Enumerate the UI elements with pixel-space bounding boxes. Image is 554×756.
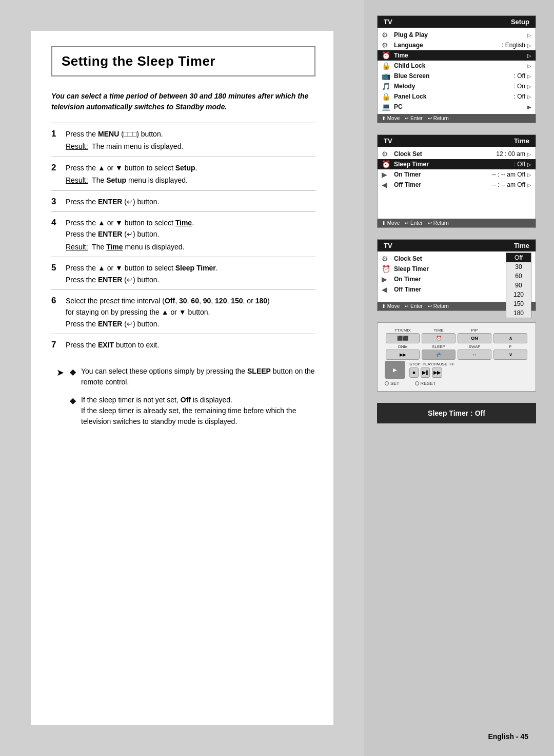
step-number-5: 5 bbox=[51, 263, 66, 273]
remote-btn-stop[interactable]: ■ bbox=[409, 367, 419, 378]
time-label: Time bbox=[394, 52, 489, 59]
step-2: 2 Press the ▲ or ▼ button to select Setu… bbox=[51, 157, 315, 190]
remote-label-dnie: DNIe bbox=[385, 344, 421, 349]
remote-btn-down[interactable]: ∨ bbox=[493, 350, 527, 360]
footer-return-2: ↩ Return bbox=[428, 220, 449, 226]
sleep-timer-bar: Sleep Timer : Off bbox=[377, 403, 536, 423]
footer-enter-2: ↵ Enter bbox=[405, 220, 423, 226]
step-number-7: 7 bbox=[51, 340, 66, 350]
remote-label-up-empty bbox=[492, 328, 528, 333]
on-timer-label-3: On Timer bbox=[394, 276, 496, 283]
clock-set-icon-3: ⚙ bbox=[382, 255, 394, 263]
note-text-1: You can select these options simply by p… bbox=[81, 366, 315, 387]
remote-label-time: TIME bbox=[421, 328, 457, 333]
step-4: 4 Press the ▲ or ▼ button to select Time… bbox=[51, 211, 315, 257]
melody-arrow: ▷ bbox=[527, 84, 531, 89]
step-content-4: Press the ▲ or ▼ button to select Time. … bbox=[66, 217, 315, 253]
right-sidebar: TV Setup ⚙ Plug & Play ▷ ⚙ Language : En… bbox=[364, 0, 554, 756]
sleep-timer-label-3: Sleep Timer bbox=[394, 265, 496, 273]
note-bullet-2: ◆ If the sleep timer is not yet set, Off… bbox=[70, 395, 315, 427]
remote-btn-ff[interactable]: ▶▶ bbox=[432, 367, 442, 378]
off-timer-icon-3: ◀ bbox=[382, 285, 394, 294]
tv-screen-2: TV Time ⚙ Clock Set 12 : 00 am ▷ ⏰ Sleep… bbox=[377, 134, 536, 228]
pc-label: PC bbox=[394, 103, 489, 110]
tv-menu-1: ⚙ Plug & Play ▷ ⚙ Language : English ▷ ⏰… bbox=[378, 28, 536, 114]
set-label: SET bbox=[390, 381, 400, 386]
remote-label-ff: FF bbox=[449, 362, 454, 366]
tv-screen-3: TV Time ⚙ Clock Set ⏰ Sleep Timer : ▶ On… bbox=[377, 239, 536, 311]
tv-menu-row-sleep-timer-2: ⏰ Sleep Timer : Off ▷ bbox=[378, 159, 536, 169]
language-label: Language bbox=[394, 42, 489, 49]
off-timer-label-3: Off Timer bbox=[394, 286, 496, 293]
melody-value: : On bbox=[489, 83, 525, 90]
remote-btn-swap[interactable]: ↔ bbox=[458, 350, 491, 360]
remote-label-ttxmix: TTX/MIX bbox=[385, 328, 421, 333]
clock-set-icon-2: ⚙ bbox=[382, 150, 394, 158]
tv-footer-2: ⬆ Move ↵ Enter ↩ Return bbox=[378, 219, 536, 227]
remote-body-icon: ▶ bbox=[385, 361, 405, 379]
tv-menu-row-clock-set-2: ⚙ Clock Set 12 : 00 am ▷ bbox=[378, 149, 536, 159]
dropdown-val-90[interactable]: 90 bbox=[506, 281, 531, 290]
child-lock-arrow: ▷ bbox=[527, 63, 531, 69]
off-timer-value-2: -- : -- am Off bbox=[489, 181, 525, 188]
dropdown-val-120[interactable]: 120 bbox=[506, 290, 531, 299]
step-content-3: Press the ENTER (↵) button. bbox=[66, 196, 315, 207]
tv-menu-3: ⚙ Clock Set ⏰ Sleep Timer : ▶ On Timer ◀… bbox=[378, 251, 536, 302]
tv-header-3: TV Time bbox=[378, 240, 536, 251]
tv-menu-row-language: ⚙ Language : English ▷ bbox=[378, 40, 536, 50]
tv-header-right-1: Setup bbox=[511, 18, 529, 26]
step-number-3: 3 bbox=[51, 197, 66, 207]
page-title: Setting the Sleep Timer bbox=[62, 53, 305, 69]
tv-menu-row-blue-screen: 📺 Blue Screen : Off ▷ bbox=[378, 71, 536, 81]
on-timer-arrow-2: ▷ bbox=[527, 172, 531, 178]
panel-lock-value: : Off bbox=[489, 93, 525, 100]
title-box: Setting the Sleep Timer bbox=[51, 46, 315, 76]
dropdown-val-off[interactable]: Off bbox=[506, 253, 531, 262]
tv-menu-row-plug-play: ⚙ Plug & Play ▷ bbox=[378, 30, 536, 40]
child-lock-icon: 🔒 bbox=[382, 62, 394, 70]
step-number-6: 6 bbox=[51, 296, 66, 306]
remote-btn-sleep[interactable]: 💤 bbox=[422, 350, 456, 360]
remote-btn-time[interactable]: ⏰ bbox=[422, 333, 456, 343]
tv-header-left-3: TV bbox=[384, 242, 392, 249]
plug-play-icon: ⚙ bbox=[382, 31, 394, 39]
footer-return-1: ↩ Return bbox=[428, 115, 449, 121]
sleep-timer-label-2: Sleep Timer bbox=[394, 161, 489, 168]
tv-header-1: TV Setup bbox=[378, 16, 536, 28]
reset-label: RESET bbox=[421, 381, 436, 386]
off-timer-icon-2: ◀ bbox=[382, 181, 394, 189]
panel-lock-label: Panel Lock bbox=[394, 93, 489, 100]
step-content-5: Press the ▲ or ▼ button to select Sleep … bbox=[66, 262, 315, 285]
remote-btn-ttxmix[interactable]: ⬛⬛ bbox=[386, 333, 420, 343]
footer-enter-3: ↵ Enter bbox=[405, 303, 423, 309]
dropdown-val-60[interactable]: 60 bbox=[506, 272, 531, 281]
note-bullets: ◆ You can select these options simply by… bbox=[70, 366, 315, 434]
set-reset-row: SET RESET bbox=[385, 381, 528, 386]
note-arrow-icon: ➤ bbox=[56, 366, 67, 380]
dropdown-val-180[interactable]: 180 bbox=[506, 308, 531, 318]
footer-move-3: ⬆ Move bbox=[382, 303, 400, 309]
tv-header-left-1: TV bbox=[384, 18, 392, 26]
set-item: SET bbox=[385, 381, 400, 386]
on-timer-icon-2: ▶ bbox=[382, 170, 394, 179]
time-icon: ⏰ bbox=[382, 51, 394, 60]
panel-lock-icon: 🔒 bbox=[382, 92, 394, 101]
remote-btn-dnie[interactable]: ▶▶ bbox=[386, 350, 420, 360]
blue-screen-label: Blue Screen bbox=[394, 72, 489, 80]
footer-move-1: ⬆ Move bbox=[382, 115, 400, 121]
step-1: 1 Press the MENU (□□□) button. Result: T… bbox=[51, 123, 315, 157]
pc-arrow: ▶ bbox=[527, 104, 531, 110]
footer-text: English - 45 bbox=[488, 732, 528, 741]
dropdown-val-150[interactable]: 150 bbox=[506, 299, 531, 308]
melody-label: Melody bbox=[394, 83, 489, 90]
on-timer-icon-3: ▶ bbox=[382, 275, 394, 283]
sleep-timer-value-2: : Off bbox=[489, 161, 525, 168]
remote-btn-up[interactable]: ∧ bbox=[493, 333, 527, 343]
remote-btn-playpause[interactable]: ▶‖ bbox=[421, 367, 430, 378]
clock-set-arrow-2: ▷ bbox=[527, 151, 531, 157]
step-3: 3 Press the ENTER (↵) button. bbox=[51, 190, 315, 211]
sleep-timer-dropdown[interactable]: Off 30 60 90 120 150 180 bbox=[506, 253, 531, 318]
dropdown-val-30[interactable]: 30 bbox=[506, 262, 531, 272]
step-content-2: Press the ▲ or ▼ button to select Setup.… bbox=[66, 162, 315, 186]
remote-btn-pip-on[interactable]: ON bbox=[458, 333, 491, 343]
